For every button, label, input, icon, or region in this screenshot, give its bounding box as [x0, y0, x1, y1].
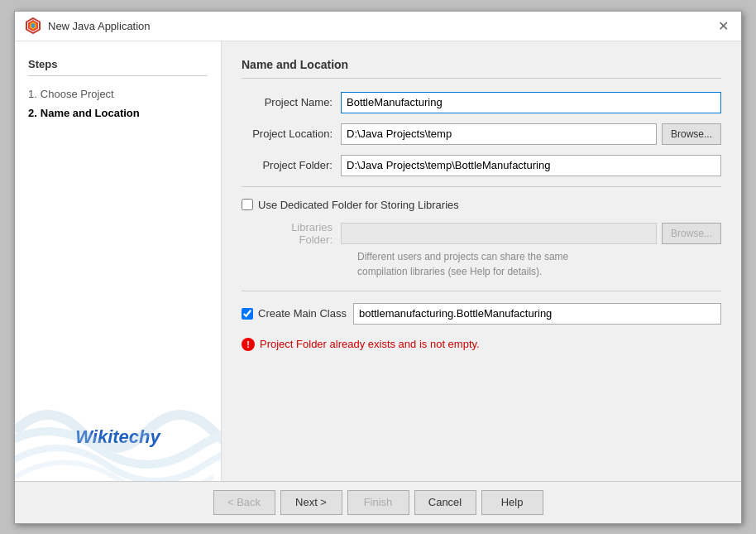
project-folder-row: Project Folder:	[242, 155, 721, 176]
back-button[interactable]: < Back	[213, 490, 275, 515]
project-folder-label: Project Folder:	[242, 159, 341, 171]
sidebar-wave-decoration	[15, 382, 222, 481]
panel-title: Name and Location	[242, 58, 721, 79]
project-name-input[interactable]	[341, 92, 721, 113]
content-area: Steps 1.Choose Project 2.Name and Locati…	[15, 41, 741, 481]
libraries-browse-button: Browse...	[662, 223, 721, 244]
sidebar: Steps 1.Choose Project 2.Name and Locati…	[15, 41, 222, 481]
dedicated-folder-checkbox[interactable]	[242, 199, 253, 210]
hint-text: Different users and projects can share t…	[242, 249, 721, 279]
separator-1	[242, 186, 721, 187]
dedicated-folder-row: Use Dedicated Folder for Storing Librari…	[242, 199, 721, 211]
separator-2	[242, 291, 721, 291]
dedicated-folder-label[interactable]: Use Dedicated Folder for Storing Librari…	[258, 199, 459, 211]
project-location-label: Project Location:	[242, 127, 341, 140]
project-folder-input[interactable]	[341, 155, 721, 176]
dialog-title: New Java Application	[48, 20, 151, 32]
error-icon: !	[242, 338, 255, 351]
steps-title: Steps	[28, 58, 208, 76]
dialog: New Java Application ✕ Steps 1.Choose Pr…	[14, 11, 742, 524]
create-main-class-checkbox[interactable]	[242, 308, 253, 320]
create-main-class-input[interactable]	[353, 303, 721, 325]
footer: < Back Next > Finish Cancel Help	[15, 481, 741, 523]
project-name-label: Project Name:	[242, 96, 341, 108]
step-name-location[interactable]: 2.Name and Location	[28, 103, 208, 123]
project-location-input[interactable]	[341, 123, 657, 145]
next-button[interactable]: Next >	[280, 490, 342, 515]
close-button[interactable]: ✕	[715, 17, 731, 34]
main-panel: Name and Location Project Name: Project …	[222, 41, 741, 481]
cancel-button[interactable]: Cancel	[414, 490, 476, 515]
project-name-row: Project Name:	[242, 92, 721, 113]
create-main-class-label[interactable]: Create Main Class	[258, 307, 347, 320]
libraries-folder-row: Libraries Folder: Browse...	[242, 221, 721, 246]
finish-button[interactable]: Finish	[347, 490, 409, 515]
create-main-class-row: Create Main Class	[242, 303, 721, 325]
error-row: ! Project Folder already exists and is n…	[242, 338, 721, 351]
help-button[interactable]: Help	[481, 490, 543, 515]
libraries-folder-input	[341, 223, 657, 244]
project-location-row: Project Location: Browse...	[242, 123, 721, 145]
error-text: Project Folder already exists and is not…	[260, 338, 480, 350]
step-choose-project[interactable]: 1.Choose Project	[28, 84, 208, 103]
libraries-folder-label: Libraries Folder:	[258, 221, 341, 246]
title-bar: New Java Application ✕	[15, 12, 741, 41]
app-icon	[25, 17, 41, 34]
project-location-browse-button[interactable]: Browse...	[662, 123, 721, 145]
